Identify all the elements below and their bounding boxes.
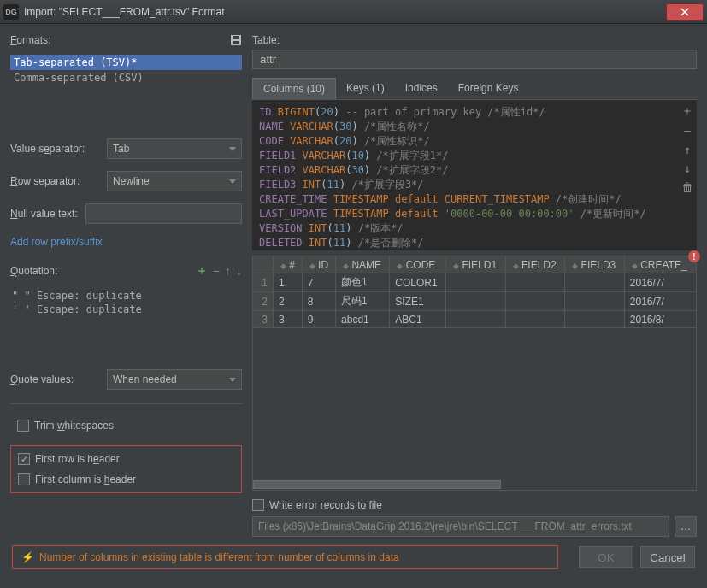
close-icon — [680, 8, 689, 16]
window-title: Import: "SELECT___FROM_attr.tsv" Format — [24, 6, 666, 18]
error-badge-icon[interactable]: ! — [688, 250, 700, 262]
title-bar[interactable]: DG Import: "SELECT___FROM_attr.tsv" Form… — [0, 0, 707, 24]
quote-values-label: Quote values: — [10, 373, 100, 385]
table-row[interactable]: 117颜色1COLOR12016/7/ — [253, 273, 697, 292]
table-row[interactable]: 339abcd1ABC12016/8/ — [253, 311, 697, 328]
column-header[interactable]: ◆ ID — [302, 256, 335, 273]
delete-icon[interactable]: 🗑 — [681, 180, 693, 194]
warning-message: ⚡ Number of columns in existing table is… — [12, 545, 558, 569]
ddl-line: ID BIGINT(20) -- part of primary key /*属… — [259, 105, 690, 120]
column-header[interactable]: ◆ CODE — [390, 256, 446, 273]
ddl-line: CODE VARCHAR(20) /*属性标识*/ — [259, 134, 690, 149]
tab-indices[interactable]: Indices — [395, 78, 448, 99]
add-prefix-suffix-link[interactable]: Add row prefix/suffix — [10, 236, 242, 248]
separator — [10, 403, 242, 404]
ddl-line: CREATE_TIME TIMESTAMP default CURRENT_TI… — [259, 192, 690, 207]
formats-label: Formats: — [10, 34, 50, 46]
null-value-label: Null value text: — [10, 208, 79, 220]
first-column-header-checkbox[interactable]: First column is header — [11, 472, 241, 487]
svg-rect-2 — [233, 41, 239, 44]
add-icon[interactable]: ＋ — [196, 263, 208, 279]
lightning-icon: ⚡ — [21, 551, 34, 563]
table-name-input[interactable] — [252, 50, 697, 69]
row-separator-value: Newline — [113, 175, 150, 187]
table-label: Table: — [252, 34, 697, 46]
chevron-down-icon — [229, 378, 236, 382]
column-header[interactable]: ◆ FIELD2 — [505, 256, 565, 273]
write-errors-checkbox[interactable]: Write error records to file — [252, 497, 697, 513]
chevron-down-icon — [229, 147, 236, 151]
tab-foreign-keys[interactable]: Foreign Keys — [448, 78, 529, 99]
tab-columns-[interactable]: Columns (10) — [252, 78, 336, 99]
move-down-icon[interactable]: ↓ — [681, 162, 693, 175]
rownum-header — [253, 256, 274, 273]
null-value-input[interactable] — [85, 203, 242, 224]
ddl-line: VERSION INT(11) /*版本*/ — [259, 221, 690, 236]
format-item[interactable]: Tab-separated (TSV)* — [10, 55, 242, 70]
row-separator-label: Row separator: — [10, 175, 100, 187]
ddl-line: LAST_UPDATE TIMESTAMP default '0000-00-0… — [259, 207, 690, 221]
tabs: Columns (10)Keys (1)IndicesForeign Keys — [252, 78, 697, 100]
value-separator-value: Tab — [113, 143, 129, 155]
down-icon[interactable]: ↓ — [236, 264, 242, 278]
close-button[interactable] — [666, 3, 704, 21]
app-logo: DG — [3, 4, 19, 20]
cancel-button[interactable]: Cancel — [640, 546, 695, 568]
horizontal-scrollbar[interactable] — [253, 479, 696, 490]
ddl-line: FIELD1 VARCHAR(10) /*扩展字段1*/ — [259, 149, 690, 163]
up-icon[interactable]: ↑ — [225, 264, 231, 278]
remove-icon[interactable]: − — [213, 264, 220, 278]
formats-list[interactable]: Tab-separated (TSV)*Comma-separated (CSV… — [10, 55, 242, 85]
chevron-down-icon — [229, 179, 236, 184]
column-header[interactable]: ◆ CREATE_ — [624, 256, 696, 273]
ok-button[interactable]: OK — [579, 546, 633, 568]
error-file-path[interactable]: Files (x86)\JetBrains\DataGrip 2016.2\jr… — [252, 516, 669, 537]
grid-empty-area — [252, 328, 697, 491]
save-formats-icon[interactable] — [230, 34, 242, 46]
value-separator-combo[interactable]: Tab — [107, 138, 242, 159]
ddl-line: FIELD3 INT(11) /*扩展字段3*/ — [259, 178, 690, 192]
trim-whitespace-checkbox[interactable]: Trim whitespaces — [10, 418, 242, 433]
column-header[interactable]: ◆ NAME — [336, 256, 390, 273]
column-header[interactable]: ◆ FIELD3 — [565, 256, 625, 273]
browse-button[interactable]: … — [675, 516, 697, 537]
header-options-highlight: First row is header First column is head… — [10, 445, 242, 493]
ddl-pane[interactable]: ＋ − ↑ ↓ 🗑 ID BIGINT(20) -- part of prima… — [252, 100, 697, 250]
ddl-line: NAME VARCHAR(30) /*属性名称*/ — [259, 120, 690, 134]
column-header[interactable]: ◆ FIELD1 — [446, 256, 506, 273]
first-row-header-checkbox[interactable]: First row is header — [11, 451, 241, 467]
quotation-item[interactable]: " " Escape: duplicate — [10, 289, 242, 303]
move-up-icon[interactable]: ↑ — [681, 143, 693, 156]
preview-grid[interactable]: ◆ #◆ ID◆ NAME◆ CODE◆ FIELD1◆ FIELD2◆ FIE… — [252, 256, 697, 328]
table-row[interactable]: 228尺码1SIZE12016/7/ — [253, 292, 697, 311]
row-separator-combo[interactable]: Newline — [107, 171, 242, 191]
quote-values-value: When needed — [113, 373, 177, 385]
ddl-line: FIELD2 VARCHAR(30) /*扩展字段2*/ — [259, 163, 690, 178]
value-separator-label: Value separator: — [10, 143, 100, 155]
add-column-icon[interactable]: ＋ — [681, 103, 693, 119]
quotation-list[interactable]: " " Escape: duplicate' ' Escape: duplica… — [10, 289, 242, 316]
column-header[interactable]: ◆ # — [274, 256, 303, 273]
ddl-line: DELETED INT(11) /*是否删除*/ — [259, 236, 690, 250]
svg-rect-1 — [233, 36, 239, 39]
format-item[interactable]: Comma-separated (CSV) — [10, 70, 242, 85]
quotation-label: Quotation: — [10, 265, 57, 277]
remove-column-icon[interactable]: − — [681, 124, 693, 138]
quote-values-combo[interactable]: When needed — [107, 369, 242, 390]
tab-keys-[interactable]: Keys (1) — [336, 78, 395, 99]
quotation-item[interactable]: ' ' Escape: duplicate — [10, 303, 242, 316]
